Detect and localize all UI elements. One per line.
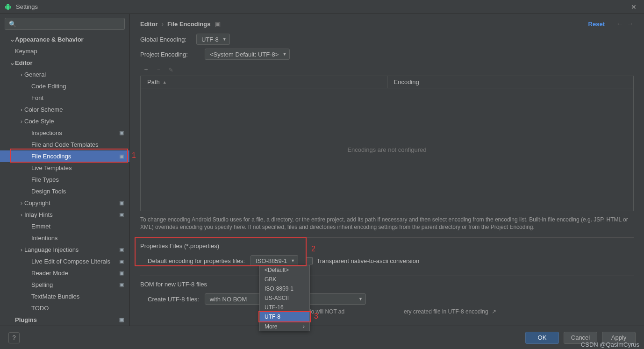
sidebar-item-label: File Types [31, 176, 124, 183]
properties-section-title: Properties Files (*.properties) [140, 242, 634, 249]
chevron-down-icon: ⌄ [9, 36, 15, 43]
chevron-right-icon: › [162, 21, 164, 28]
add-icon[interactable]: ＋ [143, 65, 149, 74]
ok-button[interactable]: OK [525, 332, 559, 344]
android-icon [5, 4, 11, 10]
encodings-table[interactable]: Path▲ Encoding Encodings are not configu… [140, 76, 634, 211]
sidebar-item-label: General [24, 71, 124, 78]
sidebar-item-code-editing[interactable]: Code Editing [0, 80, 129, 92]
chevron-down-icon: ▼ [222, 37, 227, 42]
sidebar-item-label: Design Tools [31, 188, 124, 195]
sidebar-item-live-templates[interactable]: Live Templates [0, 162, 129, 174]
divider [140, 237, 634, 238]
breadcrumb: Editor › File Encodings ▣ Reset ← → [130, 14, 644, 34]
checkbox-icon [306, 257, 313, 264]
sidebar-item-label: Code Editing [31, 83, 124, 90]
forward-icon[interactable]: → [626, 20, 634, 28]
breadcrumb-a[interactable]: Editor [140, 21, 158, 28]
back-icon[interactable]: ← [616, 20, 623, 28]
external-link-icon: ↗ [492, 308, 496, 315]
table-header: Path▲ Encoding [141, 76, 633, 88]
sidebar-item-appearance-behavior[interactable]: ⌄Appearance & Behavior [0, 34, 129, 45]
col-path[interactable]: Path▲ [141, 76, 387, 88]
sidebar-item-general[interactable]: ›General [0, 69, 129, 80]
search-input[interactable]: 🔍 [5, 18, 125, 30]
col-encoding[interactable]: Encoding [387, 76, 634, 88]
sidebar-item-editor[interactable]: ⌄Editor [0, 57, 129, 69]
reset-button[interactable]: Reset [588, 21, 605, 28]
settings-content: Editor › File Encodings ▣ Reset ← → Glob… [130, 14, 644, 326]
help-button[interactable]: ? [8, 332, 20, 343]
sidebar-item-label: TODO [31, 305, 124, 312]
encoding-option-gbk[interactable]: GBK [260, 275, 309, 284]
project-scope-icon: ▣ [119, 317, 124, 323]
sidebar-item-file-types[interactable]: File Types [0, 174, 129, 185]
chevron-right-icon: › [19, 211, 24, 218]
project-encoding-combo[interactable]: <System Default: UTF-8>▼ [205, 49, 290, 60]
sidebar-item-inspections[interactable]: Inspections▣ [0, 127, 129, 139]
footer: ? OK Cancel Apply [0, 326, 644, 349]
close-icon[interactable]: ✕ [628, 3, 639, 11]
sidebar-item-font[interactable]: Font [0, 92, 129, 104]
watermark: CSDN @QasimCyrus [581, 341, 639, 348]
sidebar-item-emmet[interactable]: Emmet [0, 221, 129, 232]
encoding-option-more[interactable]: More› [260, 321, 309, 331]
project-scope-icon: ▣ [119, 212, 124, 218]
sidebar-item-file-and-code-templates[interactable]: File and Code Templates [0, 139, 129, 150]
sidebar-item-label: Editor [15, 59, 124, 66]
sidebar-item-inlay-hints[interactable]: ›Inlay Hints▣ [0, 209, 129, 221]
sidebar-item-plugins[interactable]: Plugins▣ [0, 314, 129, 326]
encoding-option-utf-8[interactable]: UTF-8 [260, 312, 309, 321]
sidebar-item-color-scheme[interactable]: ›Color Scheme [0, 104, 129, 115]
sidebar-item-label: Reader Mode [31, 270, 119, 277]
sidebar-item-label: Inspections [31, 129, 119, 136]
encoding-dropdown-popup[interactable]: <Default>GBKISO-8859-1US-ASCIIUTF-16UTF-… [259, 265, 310, 331]
sidebar-item-file-encodings[interactable]: File Encodings▣ [0, 150, 129, 162]
sidebar-item-design-tools[interactable]: Design Tools [0, 185, 129, 197]
sidebar-item-reader-mode[interactable]: Reader Mode▣ [0, 267, 129, 279]
project-scope-icon: ▣ [119, 200, 124, 206]
sidebar-item-intentions[interactable]: Intentions [0, 232, 129, 244]
settings-tree[interactable]: ⌄Appearance & BehaviorKeymap⌄Editor›Gene… [0, 34, 129, 326]
path-toolbar: ＋ － ✎ [140, 64, 634, 76]
project-scope-icon: ▣ [119, 282, 124, 288]
sidebar-item-language-injections[interactable]: ›Language Injections▣ [0, 244, 129, 256]
sidebar-item-label: Inlay Hints [24, 211, 119, 218]
sidebar-item-live-edit-of-compose-literals[interactable]: Live Edit of Compose Literals▣ [0, 256, 129, 267]
project-scope-icon: ▣ [119, 130, 124, 136]
project-scope-icon: ▣ [119, 153, 124, 159]
project-encoding-label: Project Encoding: [140, 51, 205, 58]
sidebar-item-todo[interactable]: TODO [0, 302, 129, 314]
chevron-down-icon: ▼ [358, 297, 363, 301]
transparent-ascii-checkbox[interactable]: Transparent native-to-ascii conversion [306, 257, 419, 264]
sidebar-item-label: File and Code Templates [31, 141, 124, 148]
sidebar-item-label: Appearance & Behavior [15, 36, 124, 43]
sidebar-item-copyright[interactable]: ›Copyright▣ [0, 197, 129, 209]
project-scope-icon: ▣ [215, 21, 221, 28]
encoding-option-us-ascii[interactable]: US-ASCII [260, 293, 309, 303]
sidebar-item-label: Font [31, 94, 124, 101]
search-icon: 🔍 [9, 21, 16, 28]
window-title: Settings [16, 3, 628, 10]
chevron-right-icon: › [303, 323, 305, 330]
chevron-right-icon: › [19, 118, 24, 125]
sidebar-item-label: Plugins [15, 316, 119, 323]
project-scope-icon: ▣ [119, 258, 124, 264]
encoding-option--default-[interactable]: <Default> [260, 265, 309, 275]
encoding-option-utf-16[interactable]: UTF-16 [260, 303, 309, 312]
sidebar-item-label: Intentions [31, 235, 124, 242]
sidebar-item-label: TextMate Bundles [31, 293, 124, 300]
sidebar-item-label: File Encodings [31, 153, 119, 160]
encoding-option-iso-8859-1[interactable]: ISO-8859-1 [260, 284, 309, 293]
remove-icon: － [156, 65, 162, 74]
sidebar-item-keymap[interactable]: Keymap [0, 45, 129, 57]
global-encoding-combo[interactable]: UTF-8▼ [196, 34, 230, 45]
sidebar-item-label: Color Scheme [24, 106, 124, 113]
sidebar-item-spelling[interactable]: Spelling▣ [0, 279, 129, 291]
settings-sidebar: 🔍 ⌄Appearance & BehaviorKeymap⌄Editor›Ge… [0, 14, 130, 326]
sidebar-item-textmate-bundles[interactable]: TextMate Bundles [0, 291, 129, 302]
sidebar-item-code-style[interactable]: ›Code Style [0, 115, 129, 127]
chevron-right-icon: › [19, 106, 24, 113]
global-encoding-label: Global Encoding: [140, 36, 196, 43]
chevron-down-icon: ▼ [291, 258, 295, 263]
